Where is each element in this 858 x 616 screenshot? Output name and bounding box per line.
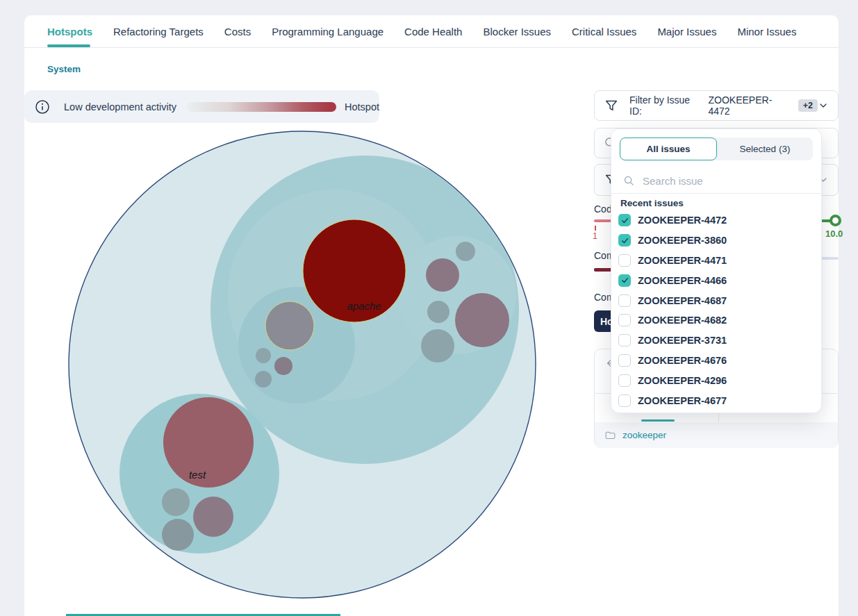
issue-row-zookeeper-4471[interactable]: ZOOKEEPER-4471 — [611, 251, 821, 271]
issue-id-filter[interactable]: Filter by Issue ID: ZOOKEEPER-4472 +2 — [594, 90, 839, 121]
issue-row-zookeeper-4466[interactable]: ZOOKEEPER-4466 — [611, 270, 821, 290]
bubble-file[interactable] — [427, 301, 449, 323]
checkbox-unchecked[interactable] — [618, 334, 631, 347]
bubble-file[interactable] — [256, 348, 271, 363]
legend-high-label: Hotspot — [345, 101, 379, 113]
code-health-max-value: 10.0 — [825, 228, 843, 239]
bubble-file[interactable] — [274, 357, 292, 375]
issue-row-zookeeper-4676[interactable]: ZOOKEEPER-4676 — [611, 351, 821, 371]
bubble-file[interactable] — [255, 371, 272, 388]
checkbox-checked[interactable] — [618, 234, 631, 247]
bubble-file[interactable] — [426, 258, 459, 292]
bubble-file[interactable] — [421, 329, 454, 363]
issue-row-zookeeper-4296[interactable]: ZOOKEEPER-4296 — [611, 370, 821, 390]
tab-programming-language[interactable]: Programming Language — [272, 26, 383, 38]
bubble-file[interactable] — [456, 242, 475, 261]
checkbox-checked[interactable] — [618, 274, 631, 287]
bubble-label-test: test — [189, 469, 206, 481]
active-tab-underline — [47, 44, 90, 47]
activity-legend: Low development activity Hotspot — [24, 90, 379, 123]
issue-search-row — [614, 169, 818, 192]
checkbox-unchecked[interactable] — [618, 314, 631, 326]
checkbox-checked[interactable] — [618, 214, 631, 226]
issue-id-label: ZOOKEEPER-4682 — [638, 315, 727, 326]
issue-row-zookeeper-4682[interactable]: ZOOKEEPER-4682 — [611, 310, 821, 331]
code-health-slider-handle[interactable] — [830, 215, 841, 226]
issue-id-label: ZOOKEEPER-4296 — [638, 375, 727, 386]
file-row-zookeeper[interactable]: zookeeper — [595, 422, 838, 448]
code-health-label: Cod — [594, 203, 612, 215]
tab-minor-issues[interactable]: Minor Issues — [737, 26, 796, 38]
info-icon[interactable] — [34, 99, 51, 115]
tab-selected[interactable]: Selected (3) — [717, 138, 813, 160]
bubble-file-highlighted[interactable] — [265, 301, 314, 350]
issue-row-zookeeper-3731[interactable]: ZOOKEEPER-3731 — [611, 331, 821, 351]
issue-id-label: ZOOKEEPER-4472 — [638, 215, 727, 226]
checkbox-unchecked[interactable] — [618, 374, 631, 387]
bubble-file[interactable] — [162, 488, 190, 516]
tab-blocker-issues[interactable]: Blocker Issues — [483, 26, 551, 38]
issue-id-label: ZOOKEEPER-4466 — [638, 275, 727, 286]
issue-filter-badge: +2 — [798, 99, 818, 112]
issue-filter-dropdown: All issues Selected (3) Recent issues ZO… — [611, 128, 822, 413]
issue-row-zookeeper-3860[interactable]: ZOOKEEPER-3860 — [611, 231, 821, 251]
bubble-file[interactable] — [455, 293, 509, 347]
issue-row-zookeeper-4687[interactable]: ZOOKEEPER-4687 — [611, 290, 821, 310]
breadcrumb[interactable]: System — [47, 64, 81, 74]
tab-refactoring-targets[interactable]: Refactoring Targets — [113, 26, 204, 38]
tab-costs[interactable]: Costs — [224, 26, 251, 38]
file-label: zookeeper — [622, 430, 666, 440]
hotspots-bubble-chart[interactable]: apachetest — [42, 125, 570, 616]
issue-filter-value: ZOOKEEPER-4472 — [709, 94, 792, 117]
issue-id-label: ZOOKEEPER-4677 — [638, 395, 727, 406]
commits-slider-track[interactable] — [594, 268, 613, 272]
issue-id-label: ZOOKEEPER-3860 — [638, 235, 727, 246]
bubble-file[interactable] — [193, 497, 233, 537]
bubble-label-apache: apache — [347, 300, 381, 312]
hotspots-page: HotspotsRefactoring TargetsCostsProgramm… — [0, 0, 858, 616]
code-health-min-tick — [595, 226, 596, 231]
issue-list: ZOOKEEPER-4472ZOOKEEPER-3860ZOOKEEPER-44… — [611, 210, 821, 410]
checkbox-unchecked[interactable] — [618, 394, 631, 407]
tab-major-issues[interactable]: Major Issues — [657, 26, 716, 38]
code-health-min-value: 1 — [593, 231, 597, 241]
legend-low-label: Low development activity — [64, 101, 176, 113]
issue-row-zookeeper-4677[interactable]: ZOOKEEPER-4677 — [611, 390, 821, 410]
checkbox-unchecked[interactable] — [618, 354, 631, 367]
issue-search-input[interactable] — [641, 174, 797, 188]
activity-gradient-bar — [187, 102, 336, 112]
issue-id-label: ZOOKEEPER-3731 — [638, 335, 727, 346]
bubble-file[interactable] — [162, 519, 194, 551]
header-tabs: HotspotsRefactoring TargetsCostsProgramm… — [47, 15, 796, 47]
tab-code-health[interactable]: Code Health — [404, 26, 462, 38]
issue-id-label: ZOOKEEPER-4687 — [638, 295, 727, 306]
dropdown-divider — [611, 193, 821, 194]
bubble-hotspot-test[interactable] — [163, 397, 254, 488]
chevron-down-icon[interactable] — [818, 100, 829, 111]
issue-filter-label: Filter by Issue ID: — [629, 94, 704, 117]
tab-all-issues[interactable]: All issues — [620, 138, 717, 160]
tab-critical-issues[interactable]: Critical Issues — [572, 26, 636, 38]
card-active-tab-underline — [641, 419, 675, 422]
issue-id-label: ZOOKEEPER-4676 — [638, 355, 727, 366]
funnel-icon — [604, 98, 619, 113]
folder-icon — [604, 429, 616, 441]
issue-row-zookeeper-4472[interactable]: ZOOKEEPER-4472 — [611, 210, 821, 231]
tabs-divider — [24, 47, 839, 48]
checkbox-unchecked[interactable] — [618, 294, 631, 307]
checkbox-unchecked[interactable] — [618, 254, 631, 267]
recent-issues-heading: Recent issues — [620, 198, 684, 208]
code-health-slider-track[interactable] — [594, 219, 613, 222]
dropdown-tabs: All issues Selected (3) — [620, 138, 813, 160]
tab-hotspots[interactable]: Hotspots — [47, 26, 92, 38]
search-icon — [623, 175, 635, 187]
issue-id-label: ZOOKEEPER-4471 — [638, 255, 727, 266]
